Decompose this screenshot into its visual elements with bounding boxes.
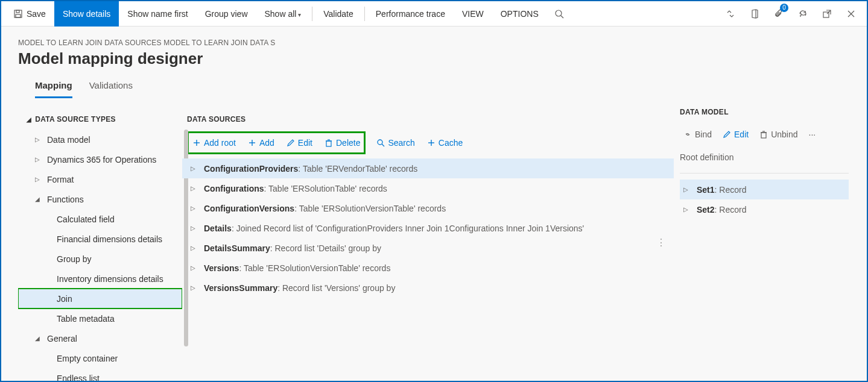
- tree-item-functions[interactable]: ◢Functions: [18, 189, 182, 209]
- data-model-heading: DATA MODEL: [680, 104, 849, 122]
- data-model-item[interactable]: ▷Set2: Record: [680, 199, 849, 219]
- show-details-label: Show details: [63, 9, 110, 19]
- unbind-button[interactable]: Unbind: [758, 127, 799, 142]
- close-button[interactable]: [839, 1, 863, 27]
- data-source-item[interactable]: ▷DetailsSummary: Record list 'Details' g…: [182, 238, 674, 258]
- edit-button[interactable]: Edit: [721, 127, 750, 142]
- group-view-button[interactable]: Group view: [197, 1, 256, 27]
- data-source-item[interactable]: ▷VersionsSummary: Record list 'Versions'…: [182, 278, 674, 298]
- data-model-label: Set1: Record: [697, 185, 747, 195]
- data-source-item[interactable]: ▷ConfigurationProviders: Table 'ERVendor…: [182, 158, 674, 178]
- tree-item-general[interactable]: ◢General: [18, 328, 182, 348]
- root-definition: Root definition: [680, 145, 849, 174]
- pencil-icon: [723, 130, 731, 139]
- expander-icon: ▷: [35, 136, 41, 143]
- search-button[interactable]: Search: [375, 136, 416, 150]
- data-source-item[interactable]: ▷Configurations: Table 'ERSolutionTable'…: [182, 178, 674, 198]
- tree-item-label: Table metadata: [57, 314, 115, 324]
- options-menu[interactable]: OPTIONS: [492, 1, 547, 27]
- tree-item-join[interactable]: Join: [18, 289, 182, 308]
- data-source-item[interactable]: ▷Versions: Table 'ERSolutionVersionTable…: [182, 258, 674, 278]
- validate-button[interactable]: Validate: [315, 1, 362, 27]
- data-source-label: VersionsSummary: Record list 'Versions' …: [204, 283, 395, 293]
- save-icon: [13, 9, 23, 19]
- data-source-label: Configurations: Table 'ERSolutionTable' …: [204, 184, 387, 193]
- tab-validations[interactable]: Validations: [89, 77, 133, 98]
- panel-head-label: DATA MODEL: [680, 108, 729, 116]
- pencil-icon: [287, 139, 295, 147]
- tree-item-endless-list[interactable]: Endless list: [18, 368, 182, 382]
- tree-item-label: Calculated field: [57, 214, 115, 224]
- refresh-icon: [798, 9, 808, 19]
- search-button[interactable]: [547, 1, 571, 27]
- action-label: Edit: [734, 130, 749, 139]
- tree-item-label: Dynamics 365 for Operations: [47, 155, 156, 164]
- tree-item-empty-container[interactable]: Empty container: [18, 348, 182, 368]
- svg-rect-12: [326, 141, 331, 146]
- tree-item-label: Financial dimensions details: [57, 234, 162, 244]
- collapse-caret-icon: ◢: [27, 116, 31, 123]
- expander-icon: ▷: [191, 205, 197, 211]
- main-content: ◢ DATA SOURCE TYPES ▷Data model▷Dynamics…: [1, 105, 867, 382]
- expander-icon: ◢: [35, 335, 41, 342]
- data-source-types-tree: ▷Data model▷Dynamics 365 for Operations▷…: [18, 130, 182, 382]
- data-sources-list: ⋮ ▷ConfigurationProviders: Table 'ERVend…: [182, 158, 674, 298]
- add-button[interactable]: Add: [247, 136, 276, 150]
- tree-item-financial-dimensions-details[interactable]: Financial dimensions details: [18, 229, 182, 249]
- add-root-button[interactable]: Add root: [191, 136, 237, 150]
- tree-item-label: Functions: [47, 195, 84, 204]
- show-details-button[interactable]: Show details: [54, 1, 119, 27]
- link-icon: [683, 130, 692, 139]
- refresh-button[interactable]: [791, 1, 815, 27]
- data-source-label: ConfigurationVersions: Table 'ERSolution…: [204, 204, 446, 213]
- tree-item-calculated-field[interactable]: Calculated field: [18, 209, 182, 229]
- tree-item-inventory-dimensions-details[interactable]: Inventory dimensions details: [18, 269, 182, 289]
- tree-item-label: General: [47, 334, 77, 343]
- bind-button[interactable]: Bind: [682, 127, 713, 142]
- edit-button[interactable]: Edit: [285, 136, 314, 150]
- close-icon: [846, 9, 856, 19]
- show-name-first-label: Show name first: [127, 9, 188, 19]
- group-view-label: Group view: [205, 9, 248, 19]
- more-menu[interactable]: ⋮: [656, 237, 665, 248]
- tree-item-table-metadata[interactable]: Table metadata: [18, 308, 182, 328]
- show-all-button[interactable]: Show all: [256, 1, 310, 27]
- save-button[interactable]: Save: [5, 1, 54, 27]
- svg-rect-2: [16, 14, 21, 17]
- tree-item-dynamics-365-for-operations[interactable]: ▷Dynamics 365 for Operations: [18, 149, 182, 169]
- show-name-first-button[interactable]: Show name first: [119, 1, 196, 27]
- attachments-badge: 0: [780, 4, 788, 12]
- data-source-types-heading[interactable]: ◢ DATA SOURCE TYPES: [18, 111, 182, 130]
- tree-item-label: Empty container: [57, 354, 118, 363]
- expander-icon: ▷: [683, 186, 689, 193]
- expander-icon: ▷: [191, 185, 197, 192]
- attachments-button[interactable]: 0: [767, 1, 791, 27]
- popout-button[interactable]: [815, 1, 839, 27]
- view-menu[interactable]: VIEW: [454, 1, 492, 27]
- action-label: Search: [388, 138, 414, 148]
- highlighted-actions: Add root Add Edit Delete: [187, 131, 366, 154]
- tree-item-data-model[interactable]: ▷Data model: [18, 130, 182, 149]
- tree-item-group-by[interactable]: Group by: [18, 249, 182, 269]
- data-source-item[interactable]: ▷ConfigurationVersions: Table 'ERSolutio…: [182, 198, 674, 218]
- more-button[interactable]: ···: [808, 127, 817, 142]
- page-title: Model mapping designer: [18, 49, 850, 68]
- trash-icon: [325, 139, 333, 147]
- tree-item-label: Format: [47, 175, 74, 184]
- plus-icon: [248, 139, 256, 147]
- office-button[interactable]: [743, 1, 767, 27]
- tree-item-label: Group by: [57, 254, 92, 264]
- performance-trace-label: Performance trace: [376, 9, 445, 19]
- cache-button[interactable]: Cache: [426, 136, 464, 150]
- tree-item-format[interactable]: ▷Format: [18, 169, 182, 189]
- data-source-item[interactable]: ▷Details: Joined Record list of 'Configu…: [182, 218, 674, 238]
- delete-button[interactable]: Delete: [323, 136, 361, 150]
- svg-point-3: [556, 10, 562, 16]
- performance-trace-button[interactable]: Performance trace: [367, 1, 454, 27]
- popout-icon: [822, 9, 832, 19]
- tab-mapping[interactable]: Mapping: [35, 77, 72, 98]
- data-model-item[interactable]: ▷Set1: Record: [680, 180, 849, 199]
- plus-icon: [427, 139, 436, 147]
- panel-head-label: DATA SOURCES: [187, 115, 246, 124]
- link-button[interactable]: [718, 1, 743, 27]
